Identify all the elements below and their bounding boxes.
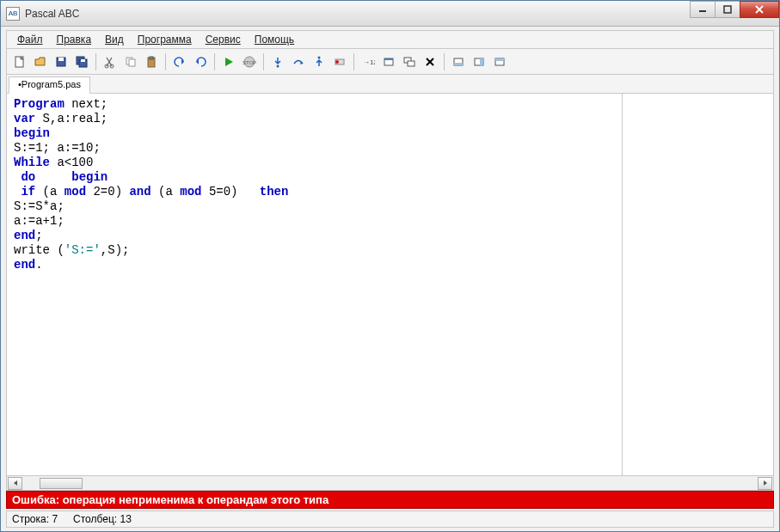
open-file-icon[interactable] — [31, 52, 50, 71]
panel1-icon[interactable] — [449, 52, 468, 71]
status-bar: Строка: 7 Столбец: 13 — [6, 511, 774, 528]
paste-icon[interactable] — [142, 52, 161, 71]
separator — [165, 53, 166, 70]
menu-edit[interactable]: Правка — [50, 32, 99, 47]
menubar: Файл Правка Вид Программа Сервис Помощь — [6, 30, 774, 49]
toolbar: STOP →123 — [6, 49, 774, 75]
separator — [263, 53, 264, 70]
window-stack-icon[interactable] — [400, 52, 419, 71]
svg-rect-24 — [408, 61, 415, 66]
window-title: Pascal ABC — [25, 8, 79, 20]
save-icon[interactable] — [52, 52, 71, 71]
svg-rect-4 — [58, 58, 64, 61]
maximize-button[interactable] — [715, 1, 740, 18]
separator — [95, 53, 96, 70]
copy-icon[interactable] — [121, 52, 140, 71]
menu-service[interactable]: Сервис — [199, 32, 248, 47]
window-close-icon[interactable] — [421, 52, 439, 71]
editor-area: Program next; var S,a:real; begin S:=1; … — [6, 94, 774, 476]
svg-rect-13 — [150, 57, 153, 59]
menu-program[interactable]: Программа — [131, 32, 199, 47]
step-over-icon[interactable] — [289, 52, 308, 71]
minimize-button[interactable] — [690, 1, 716, 18]
svg-point-16 — [277, 64, 279, 67]
svg-rect-7 — [81, 59, 85, 62]
goto-line-icon[interactable]: →123 — [359, 52, 378, 71]
separator — [214, 53, 215, 70]
status-column: Столбец: 13 — [73, 513, 132, 525]
app-icon: AB — [6, 7, 20, 21]
breakpoint-icon[interactable] — [330, 52, 349, 71]
horizontal-scrollbar[interactable] — [6, 476, 774, 491]
app-window: AB Pascal ABC Файл Правка Вид Программа … — [0, 0, 780, 532]
stop-icon[interactable]: STOP — [240, 52, 259, 71]
svg-rect-30 — [495, 58, 504, 61]
separator — [444, 53, 445, 70]
new-file-icon[interactable] — [10, 52, 29, 71]
window-controls — [691, 1, 779, 18]
menu-help[interactable]: Помощь — [248, 32, 301, 47]
titlebar[interactable]: AB Pascal ABC — [1, 1, 779, 27]
scroll-left-icon[interactable] — [8, 477, 22, 490]
undo-icon[interactable] — [170, 52, 189, 71]
svg-rect-28 — [480, 58, 483, 65]
save-all-icon[interactable] — [72, 52, 91, 71]
status-line: Строка: 7 — [12, 513, 58, 525]
svg-rect-1 — [724, 6, 731, 13]
file-tab[interactable]: •Program5.pas — [9, 76, 90, 94]
svg-point-17 — [318, 56, 321, 58]
step-out-icon[interactable] — [310, 52, 329, 71]
run-icon[interactable] — [219, 52, 238, 71]
close-button[interactable] — [740, 1, 779, 18]
side-panel — [623, 94, 773, 475]
menu-file[interactable]: Файл — [10, 32, 50, 47]
svg-point-19 — [335, 60, 339, 64]
tab-bar: •Program5.pas — [6, 75, 774, 94]
menu-view[interactable]: Вид — [98, 32, 131, 47]
redo-icon[interactable] — [191, 52, 210, 71]
code-editor[interactable]: Program next; var S,a:real; begin S:=1; … — [7, 94, 623, 475]
svg-rect-11 — [129, 59, 135, 66]
window-new-icon[interactable] — [379, 52, 398, 71]
separator — [353, 53, 354, 70]
panel3-icon[interactable] — [490, 52, 509, 71]
panel2-icon[interactable] — [470, 52, 488, 71]
svg-text:→123: →123 — [363, 58, 375, 66]
svg-rect-26 — [454, 63, 463, 65]
scroll-thumb[interactable] — [40, 478, 83, 489]
svg-rect-22 — [384, 58, 393, 60]
cut-icon[interactable] — [101, 52, 120, 71]
svg-text:STOP: STOP — [243, 60, 256, 65]
scroll-track[interactable] — [22, 477, 758, 490]
step-into-icon[interactable] — [268, 52, 287, 71]
scroll-right-icon[interactable] — [758, 477, 772, 490]
error-bar: Ошибка: операция неприменима к операндам… — [6, 491, 774, 509]
